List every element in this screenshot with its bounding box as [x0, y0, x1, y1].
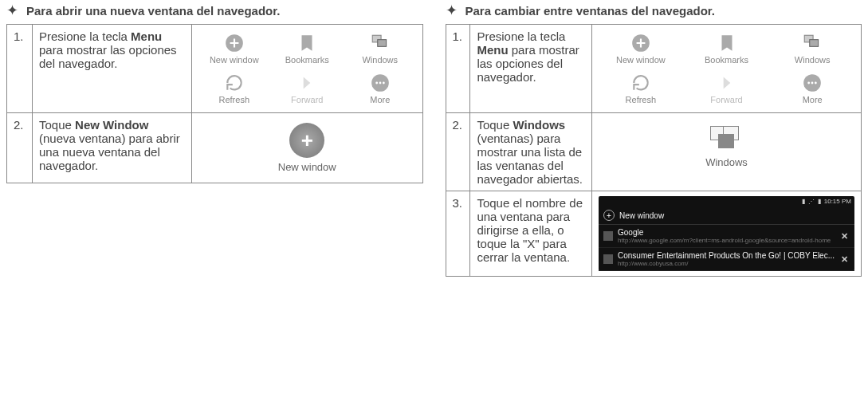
plus-circle-icon [630, 33, 651, 53]
step-text: Toque el nombre de una ventana para diri… [470, 191, 592, 277]
battery-icon: ▮ [818, 198, 821, 205]
step-text: Toque Windows (ventanas) para mostrar un… [470, 113, 592, 191]
step-image: ▮ ⋰ ▮ 10:15 PM + New window Goog [592, 191, 862, 277]
forward-icon [717, 73, 737, 93]
step-text: Presione la tecla Menu para mostrar las … [33, 25, 192, 113]
step-image: + New window [192, 113, 423, 183]
thumbnail-icon [603, 254, 613, 264]
refresh-icon [224, 73, 245, 93]
right-steps-table: 1. Presione la tecla Menu para mostrar l… [446, 24, 862, 277]
browser-menu-grid: New window Bookmarks Windows Refres [198, 30, 416, 108]
star-icon: ✦ [446, 3, 458, 18]
step-image: New window Bookmarks Windows Refres [592, 25, 862, 113]
menu-windows[interactable]: Windows [770, 30, 854, 68]
svg-point-13 [815, 82, 817, 85]
plus-circle-icon [224, 33, 245, 53]
right-column: ✦ Para cambiar entre ventanas del navega… [446, 3, 862, 277]
plus-icon: + [603, 210, 615, 221]
window-list-row[interactable]: Google http://www.google.com/m?client=ms… [599, 225, 854, 248]
signal-icon: ▮ [802, 198, 805, 205]
menu-more[interactable]: More [344, 69, 416, 108]
menu-forward[interactable]: Forward [272, 69, 344, 108]
menu-refresh[interactable]: Refresh [198, 69, 270, 108]
left-heading: Para abrir una nueva ventana del navegad… [26, 4, 280, 18]
newwindow-button[interactable]: + New window [198, 118, 416, 178]
step-number: 2. [7, 113, 33, 183]
more-icon [802, 73, 823, 93]
table-row: 3. Toque el nombre de una ventana para d… [446, 191, 862, 277]
windows-icon [802, 33, 823, 53]
close-icon[interactable]: ✕ [839, 231, 850, 242]
step-number: 1. [446, 25, 470, 113]
thumbnail-icon [603, 231, 613, 241]
forward-icon [297, 73, 317, 93]
menu-bookmarks[interactable]: Bookmarks [272, 30, 344, 68]
wifi-icon: ⋰ [808, 198, 815, 205]
menu-forward[interactable]: Forward [685, 69, 769, 108]
svg-point-6 [383, 82, 385, 85]
menu-refresh[interactable]: Refresh [599, 69, 683, 108]
table-row: 1. Presione la tecla Menu para mostrar l… [446, 25, 862, 113]
windows-icon [710, 126, 744, 151]
right-heading: Para cambiar entre ventanas del navegado… [465, 4, 715, 18]
svg-point-12 [811, 82, 814, 85]
svg-point-11 [807, 82, 810, 85]
window-list-row[interactable]: Consumer Entertainment Products On the G… [599, 248, 854, 271]
table-row: 2. Toque Windows (ventanas) para mostrar… [446, 113, 862, 191]
windows-icon [370, 33, 391, 53]
right-heading-row: ✦ Para cambiar entre ventanas del navega… [446, 3, 862, 18]
svg-point-5 [379, 82, 381, 85]
new-window-row[interactable]: + New window [599, 207, 854, 225]
bookmark-icon [717, 33, 737, 53]
step-image: New window Bookmarks Windows Refres [192, 25, 423, 113]
step-number: 3. [446, 191, 470, 277]
left-steps-table: 1. Presione la tecla Menu para mostrar l… [6, 24, 423, 183]
menu-more[interactable]: More [770, 69, 854, 108]
svg-rect-2 [378, 40, 387, 47]
step-number: 1. [7, 25, 33, 113]
step-number: 2. [446, 113, 470, 191]
refresh-icon [630, 73, 651, 93]
close-icon[interactable]: ✕ [839, 254, 850, 265]
plus-circle-icon: + [289, 123, 324, 158]
step-text: Presione la tecla Menu para mostrar las … [470, 25, 592, 113]
more-icon [370, 73, 391, 93]
table-row: 1. Presione la tecla Menu para mostrar l… [7, 25, 423, 113]
step-text: Toque New Window (nueva ventana) para ab… [33, 113, 192, 183]
menu-windows[interactable]: Windows [344, 30, 416, 68]
menu-newwindow[interactable]: New window [198, 30, 270, 68]
window-list-screenshot: ▮ ⋰ ▮ 10:15 PM + New window Goog [599, 196, 854, 271]
table-row: 2. Toque New Window (nueva ventana) para… [7, 113, 423, 183]
left-column: ✦ Para abrir una nueva ventana del naveg… [6, 3, 423, 277]
windows-button[interactable]: Windows [599, 118, 854, 176]
status-bar: ▮ ⋰ ▮ 10:15 PM [599, 196, 854, 207]
star-icon: ✦ [6, 3, 18, 18]
svg-rect-9 [810, 40, 819, 47]
menu-bookmarks[interactable]: Bookmarks [685, 30, 769, 68]
step-image: Windows [592, 113, 862, 191]
left-heading-row: ✦ Para abrir una nueva ventana del naveg… [6, 3, 423, 18]
menu-newwindow[interactable]: New window [599, 30, 683, 68]
svg-point-4 [375, 82, 378, 85]
status-time: 10:15 PM [824, 198, 851, 205]
bookmark-icon [297, 33, 317, 53]
browser-menu-grid: New window Bookmarks Windows Refres [599, 30, 854, 108]
